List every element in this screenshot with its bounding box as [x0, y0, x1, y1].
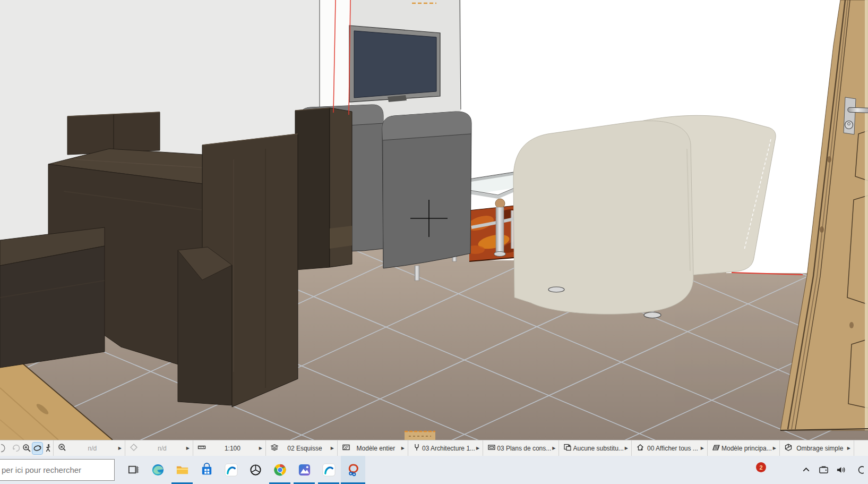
taskbar-app-file-explorer[interactable]	[170, 456, 194, 484]
pan-partial-icon	[1, 444, 10, 453]
substitution-icon	[563, 443, 572, 452]
zoom-in-icon	[22, 444, 31, 453]
taskbar-app-task-view[interactable]	[121, 456, 145, 484]
photos-icon	[297, 463, 312, 477]
dropdown-arrow-icon[interactable]: ▶	[118, 446, 122, 451]
dropdown-arrow-icon[interactable]: ▶	[259, 446, 262, 451]
chatgpt-icon	[248, 463, 263, 477]
dropdown-arrow-icon[interactable]: ▶	[186, 446, 190, 451]
edge-icon	[151, 463, 165, 477]
quick-option-model-view[interactable]: 03 Architecture 1... ▶	[408, 440, 483, 456]
tray-volume[interactable]	[836, 465, 846, 474]
chrome-icon	[273, 463, 287, 477]
scale-icon	[197, 443, 206, 452]
edge-model-fragment	[405, 431, 435, 440]
tray-tablet[interactable]	[819, 465, 829, 474]
rotate-disabled-icon	[12, 444, 21, 453]
notification-badge[interactable]: 2	[756, 462, 766, 472]
quick-option-layers[interactable]: 02 Esquisse ▶	[266, 440, 338, 456]
search-input[interactable]	[0, 465, 114, 474]
taskbar-app-chatgpt[interactable]	[243, 456, 268, 484]
clipped-item-icon	[854, 465, 864, 474]
view-tools	[0, 440, 54, 456]
style-3d-icon	[784, 443, 793, 452]
fit-view-icon	[58, 443, 66, 452]
rotate-disabled-tool[interactable]	[11, 443, 21, 454]
chair-back-right	[295, 108, 352, 270]
system-tray	[801, 456, 864, 484]
ref-plane-icon	[130, 443, 138, 452]
dropdown-arrow-icon[interactable]: ▶	[552, 446, 555, 451]
model-view-icon	[412, 443, 421, 452]
pan-partial-tool[interactable]	[1, 443, 11, 454]
snipping-tool-icon	[346, 463, 360, 477]
quick-option-reno-options[interactable]: Modèle principa... ▶	[708, 440, 780, 456]
taskbar-app-microsoft-store[interactable]	[194, 456, 219, 484]
archicad-icon	[224, 463, 238, 477]
reno-filter-icon	[636, 443, 644, 452]
file-explorer-icon	[175, 463, 190, 477]
taskbar-app-snipping-tool[interactable]	[341, 456, 365, 484]
chevron-up-icon	[801, 465, 811, 474]
tray-chevron-up[interactable]	[801, 465, 811, 474]
chair-back-left	[67, 112, 160, 155]
tray-clipped-item[interactable]	[854, 465, 864, 474]
wall-tv	[349, 26, 440, 102]
quick-option-reno-filter[interactable]: 00 Afficher tous ... ▶	[632, 440, 708, 456]
taskbar-app-edge[interactable]	[145, 456, 170, 484]
tablet-icon	[819, 465, 829, 474]
microsoft-store-icon	[200, 463, 214, 477]
dropdown-arrow-icon[interactable]: ▶	[401, 446, 405, 451]
orbit-tool[interactable]	[32, 443, 42, 454]
taskbar-app-archicad-2[interactable]	[316, 456, 341, 484]
taskbar-app-chrome[interactable]	[268, 456, 292, 484]
quick-option-ref-plane[interactable]: n/d ▶	[125, 440, 193, 456]
layers-icon	[270, 443, 279, 452]
reno-options-icon	[712, 443, 720, 452]
task-view-icon	[126, 463, 141, 477]
walk-icon	[44, 444, 53, 453]
dropdown-arrow-icon[interactable]: ▶	[476, 446, 479, 451]
dropdown-arrow-icon[interactable]: ▶	[847, 446, 850, 451]
walk-tool[interactable]	[43, 443, 53, 454]
quick-option-scale[interactable]: 1:100 ▶	[193, 440, 266, 456]
orbit-icon	[33, 444, 42, 453]
quick-option-fit-view[interactable]: n/d ▶	[54, 440, 125, 456]
3d-viewport[interactable]	[0, 0, 868, 440]
dropdown-arrow-icon[interactable]: ▶	[331, 446, 334, 451]
taskbar-app-archicad[interactable]	[219, 456, 243, 484]
zoom-in-tool[interactable]	[22, 443, 32, 454]
quick-option-overrides[interactable]: 03 Plans de cons... ▶	[483, 440, 559, 456]
bench	[0, 227, 105, 368]
taskbar-search[interactable]	[0, 459, 115, 481]
archicad-2-icon	[322, 463, 336, 477]
taskbar-apps	[121, 456, 365, 484]
archicad-window: n/d ▶ n/d ▶ 1:100 ▶ 02 Esquisse ▶ Modèle…	[0, 0, 868, 484]
taskbar-app-photos[interactable]	[292, 456, 316, 484]
quick-option-substitution[interactable]: Aucune substitu... ▶	[559, 440, 632, 456]
overrides-icon	[487, 443, 496, 452]
quick-option-pens[interactable]: Modèle entier ▶	[338, 440, 408, 456]
dropdown-arrow-icon[interactable]: ▶	[701, 446, 704, 451]
quick-option-style-3d[interactable]: Ombrage simple ▶	[780, 440, 854, 456]
quick-options-bar: n/d ▶ n/d ▶ 1:100 ▶ 02 Esquisse ▶ Modèle…	[0, 440, 868, 456]
windows-taskbar: 2	[0, 456, 868, 484]
pens-icon	[342, 443, 350, 452]
dropdown-arrow-icon[interactable]: ▶	[625, 446, 628, 451]
dropdown-arrow-icon[interactable]: ▶	[773, 446, 776, 451]
volume-icon	[836, 465, 846, 474]
